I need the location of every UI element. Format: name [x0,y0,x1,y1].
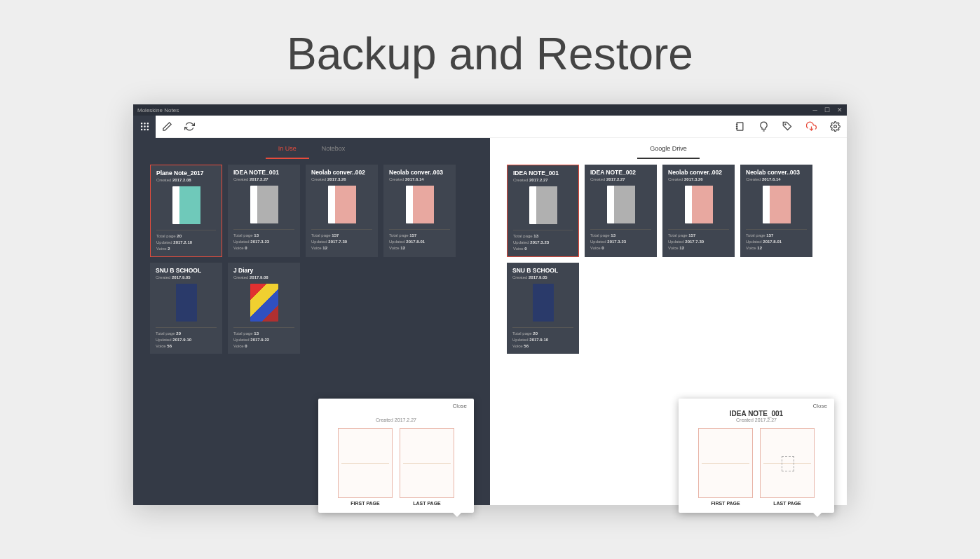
card-thumbnail [156,282,217,323]
svg-rect-9 [737,123,743,130]
card-grid-left: Plane Note_2017Created 2017.2.08Total pa… [133,159,490,359]
card-thumbnail [233,282,294,323]
card-thumbnail [513,185,573,226]
card-title: Neolab conver..003 [746,169,807,176]
local-panel: In Use Notebox Plane Note_2017Created 20… [133,138,490,505]
card-stats: Total page 13Updated 2017.3.23Voice 0 [590,233,651,251]
card-thumbnail [389,184,450,225]
card-title: IDEA NOTE_001 [513,170,573,177]
card-stats: Total page 157Updated 2017.7.30Voice 12 [668,233,729,251]
card-created: Created 2017.3.26 [311,177,372,181]
card-stats: Total page 157Updated 2017.8.01Voice 12 [389,233,450,251]
card-created: Created 2017.2.08 [156,178,216,182]
card-created: Created 2017.2.27 [233,177,294,181]
card-title: Neolab conver..002 [311,169,372,176]
card-grid-right: IDEA NOTE_001Created 2017.2.27Total page… [490,159,847,359]
notebook-card[interactable]: Neolab conver..002Created 2017.3.26Total… [306,165,378,257]
note-preview-popup-right: Close IDEA NOTE_001 Created 2017.2.27 FI… [679,399,834,513]
tab-google-drive[interactable]: Google Drive [637,139,700,159]
svg-point-2 [147,123,148,124]
app-window: Moleskine Notes ─ ☐ ✕ In Use Notebox Pla [133,104,847,505]
popup-date: Created 2017.2.27 [686,417,827,422]
close-icon[interactable]: ✕ [837,106,843,113]
svg-point-5 [147,126,148,127]
cloud-panel: Google Drive IDEA NOTE_001Created 2017.2… [490,138,847,505]
minimize-icon[interactable]: ─ [813,106,817,113]
titlebar: Moleskine Notes ─ ☐ ✕ [133,104,847,116]
card-created: Created 2017.9.05 [156,275,217,280]
notebook-card[interactable]: Neolab conver..002Created 2017.3.26Total… [662,165,735,257]
card-stats: Total page 157Updated 2017.8.01Voice 12 [746,233,807,251]
svg-point-6 [141,129,142,130]
notebook-card[interactable]: Plane Note_2017Created 2017.2.08Total pa… [150,165,222,257]
card-thumbnail [668,184,729,225]
svg-point-13 [784,124,785,125]
card-created: Created 2017.2.27 [513,178,573,182]
maximize-icon[interactable]: ☐ [824,106,830,113]
grid-icon[interactable] [133,116,156,138]
svg-point-3 [141,126,142,127]
card-title: IDEA NOTE_002 [590,169,651,176]
card-title: IDEA NOTE_001 [233,169,294,176]
svg-point-0 [141,123,142,124]
pencil-icon[interactable] [156,121,178,132]
card-created: Created 2017.9.08 [233,275,294,280]
notebook-card[interactable]: IDEA NOTE_002Created 2017.2.27Total page… [585,165,657,257]
card-created: Created 2017.9.05 [512,275,573,280]
refresh-icon[interactable] [178,121,200,132]
notebook-card[interactable]: IDEA NOTE_001Created 2017.2.27Total page… [228,165,300,257]
card-stats: Total page 20Updated 2017.9.10Voice 56 [512,331,573,350]
notebook-card[interactable]: Neolab conver..003Created 2017.6.14Total… [740,165,812,257]
notebook-card[interactable]: SNU B SCHOOLCreated 2017.9.05Total page … [507,263,579,354]
card-stats: Total page 157Updated 2017.7.30Voice 12 [311,233,372,251]
card-stats: Total page 20Updated 2017.9.10Voice 56 [156,331,217,350]
first-page-item[interactable]: FIRST PAGE [338,428,393,506]
popup-title: IDEA NOTE_001 [686,410,827,417]
card-title: SNU B SCHOOL [156,267,217,274]
card-stats: Total page 20Updated 2017.2.10Voice 2 [156,233,216,252]
card-stats: Total page 13Updated 2017.3.23Voice 0 [513,233,573,252]
notebook-card[interactable]: SNU B SCHOOLCreated 2017.9.05Total page … [150,263,222,354]
window-title: Moleskine Notes [137,107,179,113]
card-created: Created 2017.6.14 [389,177,450,181]
popup-close-button[interactable]: Close [453,403,467,409]
card-title: Neolab conver..003 [389,169,450,176]
card-stats: Total page 13Updated 2017.3.23Voice 0 [233,233,294,251]
first-page-item[interactable]: FIRST PAGE [698,428,753,506]
card-thumbnail [590,184,651,225]
gear-icon[interactable] [823,121,847,132]
card-thumbnail [512,282,573,323]
svg-point-7 [144,129,144,130]
popup-close-button[interactable]: Close [813,403,827,409]
cloud-download-icon[interactable] [799,121,823,132]
tag-icon[interactable] [775,121,799,132]
notebook-card[interactable]: IDEA NOTE_001Created 2017.2.27Total page… [507,165,579,257]
card-created: Created 2017.6.14 [746,177,807,181]
svg-point-4 [144,126,144,127]
notebook-icon[interactable] [728,121,751,132]
card-created: Created 2017.3.26 [668,177,729,181]
card-title: SNU B SCHOOL [512,267,573,274]
card-created: Created 2017.2.27 [590,177,651,181]
card-thumbnail [156,185,216,226]
popup-date: Created 2017.2.27 [325,417,467,422]
lightbulb-icon[interactable] [751,121,775,132]
svg-point-8 [147,129,148,130]
notebook-card[interactable]: Neolab conver..003Created 2017.6.14Total… [383,165,456,257]
card-thumbnail [311,184,372,225]
card-thumbnail [233,184,294,225]
tab-notebox[interactable]: Notebox [309,139,358,159]
note-preview-popup: Close IDEA NOTE_001 Created 2017.2.27 FI… [318,399,474,513]
card-title: Plane Note_2017 [156,170,216,177]
last-page-item[interactable]: LAST PAGE [760,428,815,506]
card-title: J Diary [233,267,294,274]
svg-point-1 [144,123,144,124]
last-page-item[interactable]: LAST PAGE [400,428,454,506]
toolbar [133,116,847,138]
card-stats: Total page 13Updated 2017.9.22Voice 0 [233,331,294,350]
page-title: Backup and Restore [0,0,980,104]
card-title: Neolab conver..002 [668,169,729,176]
svg-point-14 [833,125,836,128]
notebook-card[interactable]: J DiaryCreated 2017.9.08Total page 13Upd… [228,263,300,354]
tab-in-use[interactable]: In Use [266,139,309,159]
